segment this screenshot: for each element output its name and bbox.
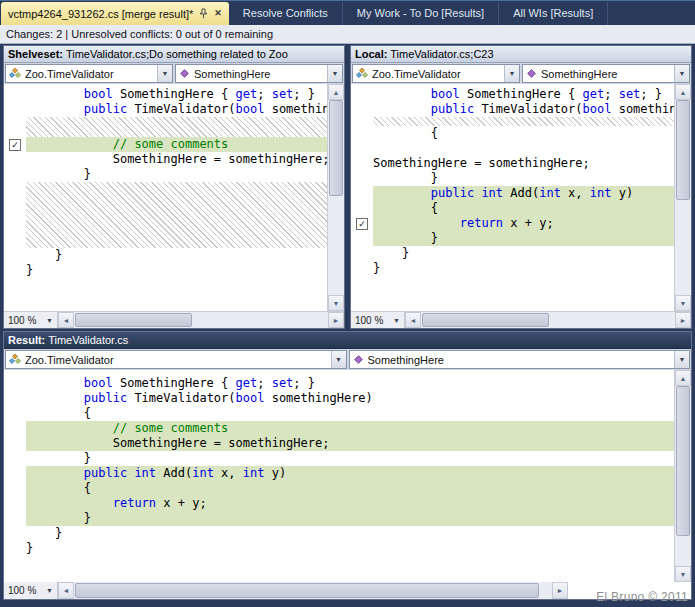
pin-icon[interactable] xyxy=(199,8,208,19)
chevron-down-icon[interactable]: ▼ xyxy=(327,65,342,82)
chevron-down-icon[interactable]: ▼ xyxy=(331,351,346,368)
scroll-left-button[interactable]: ◄ xyxy=(405,312,421,328)
scroll-up-button[interactable]: ▲ xyxy=(675,84,691,100)
code-line[interactable] xyxy=(4,182,327,248)
hscroll-track[interactable] xyxy=(74,312,328,328)
code-line[interactable]: } xyxy=(351,171,674,186)
code-line[interactable] xyxy=(351,117,674,126)
chevron-down-icon[interactable]: ▼ xyxy=(674,65,689,82)
tab-all-wis-results[interactable]: All WIs [Results] xyxy=(499,2,608,25)
scroll-right-button[interactable]: ► xyxy=(328,312,344,328)
close-icon[interactable]: ✕ xyxy=(214,9,222,18)
hscroll-track[interactable] xyxy=(74,582,552,599)
code-text: } xyxy=(373,246,674,261)
code-line[interactable]: SomethingHere = somethingHere; xyxy=(351,156,674,171)
local-code-editor[interactable]: bool SomethingHere { get; set; } public … xyxy=(351,84,674,311)
vscroll-thumb[interactable] xyxy=(676,100,690,200)
code-line[interactable]: public TimeValidator(bool somethingHere) xyxy=(4,102,327,117)
code-line[interactable]: ✓ // some comments xyxy=(4,137,327,152)
code-line[interactable]: public int Add(int x, int y) xyxy=(4,466,674,481)
shelveset-type-combo-value: Zoo.TimeValidator xyxy=(25,68,153,80)
code-line[interactable]: } xyxy=(4,167,327,182)
code-text: } xyxy=(26,526,674,541)
code-line[interactable]: public TimeValidator(bool somethingHere) xyxy=(4,391,674,406)
code-line[interactable] xyxy=(351,141,674,156)
code-line[interactable]: bool SomethingHere { get; set; } xyxy=(4,87,327,102)
local-member-combo[interactable]: SomethingHere ▼ xyxy=(522,64,690,83)
code-line[interactable]: } xyxy=(351,246,674,261)
code-line[interactable]: SomethingHere = somethingHere; xyxy=(4,436,674,451)
code-line[interactable]: public TimeValidator(bool somethingHere) xyxy=(351,102,674,117)
vscroll-thumb[interactable] xyxy=(329,100,343,196)
shelveset-member-combo[interactable]: SomethingHere ▼ xyxy=(175,64,343,83)
chevron-down-icon: ▼ xyxy=(393,317,400,324)
hscroll-thumb[interactable] xyxy=(422,313,549,327)
scroll-up-button[interactable]: ▲ xyxy=(675,370,691,386)
shelveset-header-label: Shelveset: xyxy=(8,48,63,60)
result-code-editor[interactable]: bool SomethingHere { get; set; } public … xyxy=(4,370,674,582)
scroll-down-button[interactable]: ▼ xyxy=(328,295,344,311)
result-vertical-scrollbar[interactable]: ▲ ▼ xyxy=(674,370,691,582)
code-line[interactable]: { xyxy=(4,481,674,496)
code-line[interactable]: { xyxy=(351,201,674,216)
zoom-value: 100 % xyxy=(8,585,36,596)
hscroll-thumb[interactable] xyxy=(75,583,539,598)
code-line[interactable] xyxy=(4,117,327,137)
result-member-combo[interactable]: SomethingHere ▼ xyxy=(349,350,691,369)
code-line[interactable]: return x + y; xyxy=(4,496,674,511)
chevron-down-icon[interactable]: ▼ xyxy=(157,65,172,82)
code-line[interactable]: } xyxy=(4,511,674,526)
code-line[interactable]: SomethingHere = somethingHere; xyxy=(4,152,327,167)
shelveset-code-editor[interactable]: bool SomethingHere { get; set; } public … xyxy=(4,84,327,311)
scroll-down-button[interactable]: ▼ xyxy=(675,295,691,311)
shelveset-header: Shelveset: TimeValidator.cs;Do something… xyxy=(4,46,344,63)
code-line[interactable]: } xyxy=(351,231,674,246)
code-text: return x + y; xyxy=(373,216,674,231)
vscroll-track[interactable] xyxy=(675,386,691,566)
local-vertical-scrollbar[interactable]: ▲ ▼ xyxy=(674,84,691,311)
code-line[interactable]: // some comments xyxy=(4,421,674,436)
code-gutter xyxy=(351,87,373,102)
code-line[interactable]: } xyxy=(4,526,674,541)
result-zoom-combo[interactable]: 100 % ▼ xyxy=(4,582,58,599)
shelveset-zoom-combo[interactable]: 100 % ▼ xyxy=(4,312,58,328)
code-line[interactable]: bool SomethingHere { get; set; } xyxy=(351,87,674,102)
conflict-checkbox[interactable]: ✓ xyxy=(9,139,21,151)
hscroll-track[interactable] xyxy=(421,312,675,328)
tab-my-work-results[interactable]: My Work - To Do [Results] xyxy=(343,2,499,25)
shelveset-vertical-scrollbar[interactable]: ▲ ▼ xyxy=(327,84,344,311)
scroll-right-button[interactable]: ► xyxy=(675,312,691,328)
code-line[interactable]: public int Add(int x, int y) xyxy=(351,186,674,201)
code-line[interactable]: } xyxy=(4,541,674,556)
chevron-down-icon[interactable]: ▼ xyxy=(674,351,689,368)
vscroll-thumb[interactable] xyxy=(676,386,690,536)
chevron-down-icon[interactable]: ▼ xyxy=(504,65,519,82)
code-text: } xyxy=(373,261,674,276)
code-line[interactable]: ✓ return x + y; xyxy=(351,216,674,231)
code-text: public TimeValidator(bool somethingHere) xyxy=(26,391,674,406)
tab-merge-result[interactable]: vctmp4264_931262.cs [merge result]* ✕ xyxy=(1,2,229,25)
code-text: bool SomethingHere { get; set; } xyxy=(373,87,674,102)
code-line[interactable]: { xyxy=(4,406,674,421)
tab-resolve-conflicts[interactable]: Resolve Conflicts xyxy=(229,2,343,25)
local-type-combo[interactable]: Zoo.TimeValidator ▼ xyxy=(352,64,520,83)
code-line[interactable]: { xyxy=(351,126,674,141)
code-line[interactable]: bool SomethingHere { get; set; } xyxy=(4,376,674,391)
vscroll-track[interactable] xyxy=(328,100,344,295)
local-zoom-combo[interactable]: 100 % ▼ xyxy=(351,312,405,328)
result-type-combo[interactable]: Zoo.TimeValidator ▼ xyxy=(5,350,347,369)
scroll-down-button[interactable]: ▼ xyxy=(675,566,691,582)
code-line[interactable]: } xyxy=(4,263,327,278)
code-gutter xyxy=(4,391,26,406)
scroll-left-button[interactable]: ◄ xyxy=(58,582,74,599)
hscroll-thumb[interactable] xyxy=(75,313,192,327)
scroll-left-button[interactable]: ◄ xyxy=(58,312,74,328)
code-line[interactable]: } xyxy=(351,261,674,276)
conflict-checkbox[interactable]: ✓ xyxy=(356,218,368,230)
shelveset-type-combo[interactable]: Zoo.TimeValidator ▼ xyxy=(5,64,173,83)
scroll-up-button[interactable]: ▲ xyxy=(328,84,344,100)
code-line[interactable]: } xyxy=(4,248,327,263)
code-line[interactable]: } xyxy=(4,451,674,466)
vscroll-track[interactable] xyxy=(675,100,691,295)
scroll-right-button[interactable]: ► xyxy=(552,582,568,599)
